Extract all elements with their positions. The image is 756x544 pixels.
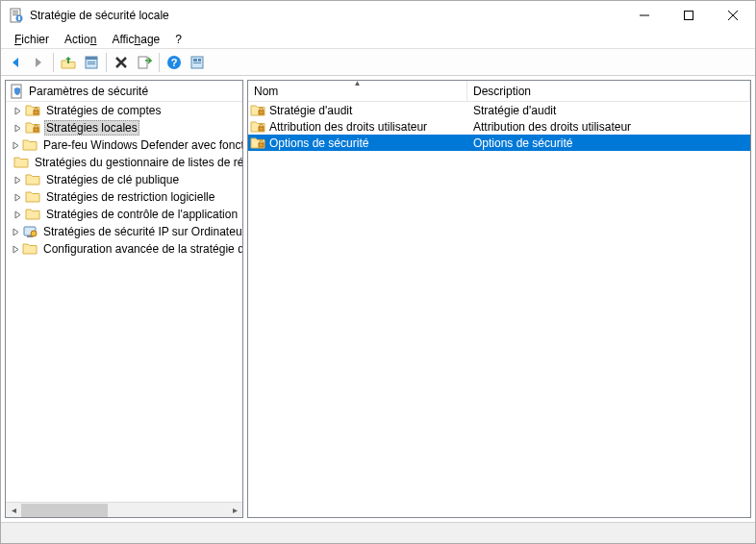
menu-action[interactable]: Action [57, 31, 104, 48]
close-button[interactable] [711, 1, 755, 30]
titlebar: Stratégie de sécurité locale [1, 1, 755, 30]
expand-icon[interactable] [12, 243, 20, 255]
tree-item-label: Stratégies locales [44, 120, 139, 136]
list-cell-description: Options de sécurité [467, 136, 750, 150]
app-icon [9, 8, 24, 23]
list-body: Stratégie d'auditStratégie d'auditAttrib… [248, 102, 750, 517]
maximize-button[interactable] [667, 1, 711, 30]
folder-locked-icon [250, 103, 265, 118]
expand-icon[interactable] [12, 226, 20, 237]
toolbar [1, 49, 755, 76]
tree-item[interactable]: Stratégies de restriction logicielle [6, 188, 242, 206]
scroll-track[interactable] [21, 503, 227, 518]
tree-item[interactable]: Configuration avancée de la stratégie d'… [6, 240, 242, 258]
svg-rect-22 [685, 12, 693, 20]
toolbar-separator [106, 53, 107, 72]
column-description[interactable]: Description [467, 81, 750, 101]
back-button[interactable] [5, 52, 26, 73]
list-cell-description: Attribution des droits utilisateur [467, 120, 750, 134]
toolbar-separator [159, 53, 160, 72]
window-controls [622, 1, 755, 30]
list-cell-name: Stratégie d'audit [248, 103, 467, 118]
folder-icon [25, 172, 40, 187]
sort-ascending-icon: ▲ [354, 80, 362, 87]
tree-item-label: Stratégies de clé publique [44, 173, 181, 186]
folder-locked-icon [25, 120, 40, 136]
view-button[interactable] [187, 52, 208, 73]
tree-item-label: Stratégies de sécurité IP sur Ordinateur… [41, 225, 242, 238]
expand-icon[interactable] [12, 122, 23, 134]
tree-item[interactable]: Stratégies de comptes [6, 102, 242, 119]
tree-item[interactable]: Stratégies de contrôle de l'application [6, 206, 242, 223]
expand-icon[interactable] [12, 105, 23, 116]
list-row-name: Stratégie d'audit [269, 104, 352, 117]
menu-file[interactable]: Fichier [7, 31, 57, 48]
list-row[interactable]: Options de sécuritéOptions de sécurité [248, 135, 750, 151]
list-cell-name: Attribution des droits utilisateur [248, 119, 467, 135]
security-icon [10, 84, 25, 99]
tree-item-label: Stratégies de comptes [44, 104, 163, 117]
statusbar [1, 522, 755, 543]
list-cell-name: Options de sécurité [248, 136, 467, 151]
tree-header-label: Paramètres de sécurité [29, 85, 148, 98]
list-header: Nom ▲ Description [248, 81, 750, 102]
content-area: Paramètres de sécurité Stratégies de com… [1, 76, 755, 522]
help-button[interactable] [164, 52, 185, 73]
tree-item-label: Configuration avancée de la stratégie d'… [41, 242, 242, 256]
list-panel: Nom ▲ Description Stratégie d'auditStrat… [247, 80, 751, 518]
folder-icon [25, 207, 40, 222]
properties-button[interactable] [81, 52, 102, 73]
list-row-name: Attribution des droits utilisateur [269, 120, 427, 134]
ipsec-icon [22, 224, 38, 239]
folder-locked-icon [250, 119, 265, 135]
folder-icon [25, 189, 40, 205]
folder-icon [22, 241, 38, 257]
tree-header[interactable]: Paramètres de sécurité [6, 81, 242, 102]
menubar: Fichier Action Affichage ? [1, 30, 755, 49]
minimize-button[interactable] [622, 1, 667, 30]
horizontal-scrollbar[interactable]: ◂ ▸ [6, 502, 242, 517]
list-row[interactable]: Stratégie d'auditStratégie d'audit [248, 102, 750, 118]
folder-icon [22, 137, 38, 153]
tree-item[interactable]: Stratégies du gestionnaire de listes de … [6, 154, 242, 171]
delete-button[interactable] [111, 52, 132, 73]
toolbar-separator [53, 53, 54, 72]
folder-locked-icon [250, 136, 265, 151]
tree-item[interactable]: Stratégies de sécurité IP sur Ordinateur… [6, 223, 242, 240]
scroll-right-button[interactable]: ▸ [227, 503, 242, 518]
folder-icon [13, 155, 29, 170]
tree-item-label: Stratégies de restriction logicielle [44, 190, 216, 204]
column-name[interactable]: Nom ▲ [248, 81, 467, 101]
export-button[interactable] [134, 52, 155, 73]
folder-locked-icon [25, 103, 40, 118]
expand-icon[interactable] [12, 174, 23, 185]
tree-item[interactable]: Stratégies de clé publique [6, 171, 242, 188]
up-button[interactable] [58, 52, 79, 73]
forward-button[interactable] [28, 52, 49, 73]
tree-body: Stratégies de comptesStratégies localesP… [6, 102, 242, 517]
window-title: Stratégie de sécurité locale [30, 9, 622, 22]
expand-icon[interactable] [12, 209, 23, 220]
tree-item-label: Stratégies de contrôle de l'application [44, 208, 239, 221]
scroll-thumb[interactable] [21, 504, 108, 517]
expand-icon[interactable] [12, 191, 23, 203]
list-cell-description: Stratégie d'audit [467, 104, 750, 117]
list-row[interactable]: Attribution des droits utilisateurAttrib… [248, 118, 750, 135]
tree-item[interactable]: Pare-feu Windows Defender avec fonctions… [6, 136, 242, 154]
menu-help[interactable]: ? [167, 31, 189, 48]
tree-item-label: Pare-feu Windows Defender avec fonctions… [41, 138, 242, 152]
expand-icon[interactable] [12, 139, 20, 151]
tree-item[interactable]: Stratégies locales [6, 119, 242, 136]
scroll-left-button[interactable]: ◂ [6, 503, 21, 518]
tree-item-label: Stratégies du gestionnaire de listes de … [33, 156, 242, 169]
menu-view[interactable]: Affichage [104, 31, 167, 48]
tree-panel: Paramètres de sécurité Stratégies de com… [5, 80, 243, 518]
list-row-name: Options de sécurité [269, 136, 368, 150]
